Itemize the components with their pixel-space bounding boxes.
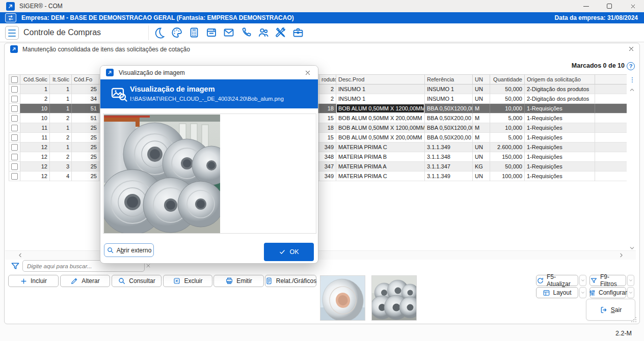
- consultar-label: Consultar: [129, 277, 155, 285]
- col-checkbox[interactable]: [9, 74, 20, 84]
- cell-referencia: BBA 0,50X200,00: [425, 133, 473, 143]
- cell-un: UN: [473, 143, 490, 152]
- tools-icon[interactable]: [274, 26, 287, 39]
- layout-button[interactable]: Layout: [536, 287, 578, 298]
- cell-filler: [595, 152, 627, 162]
- minimize-button[interactable]: [575, 0, 597, 12]
- layout-icon: [543, 289, 550, 297]
- row-checkbox[interactable]: [11, 163, 18, 170]
- row-checkbox-cell[interactable]: [9, 162, 20, 172]
- moon-icon[interactable]: [153, 26, 166, 39]
- product-thumbnail-coils-group[interactable]: [371, 275, 417, 321]
- close-screen-button[interactable]: [626, 44, 637, 54]
- f9-dropdown-caret[interactable]: [627, 275, 634, 286]
- col-desc-prod[interactable]: Desc.Prod: [336, 74, 425, 84]
- row-checkbox[interactable]: [11, 144, 18, 151]
- cell-cod-solic: 12: [20, 162, 50, 172]
- calculator-icon[interactable]: [187, 26, 201, 39]
- abrir-externo-button[interactable]: Abrir externo: [104, 243, 154, 257]
- incluir-button[interactable]: Incluir: [8, 275, 59, 287]
- cell-quantidade: 10,000: [490, 104, 525, 113]
- screen-icon: [10, 45, 18, 53]
- help-icon[interactable]: ?: [627, 62, 635, 70]
- configurar-dropdown-caret[interactable]: [627, 287, 634, 298]
- cell-origem: 1-Requisições: [525, 113, 595, 123]
- scroll-up-arrow[interactable]: [628, 86, 636, 93]
- row-checkbox[interactable]: [11, 96, 18, 102]
- consultar-button[interactable]: Consultar: [112, 275, 162, 287]
- sair-button[interactable]: Sair: [586, 299, 635, 321]
- col-cod-fornecedor[interactable]: Cód.Fo: [72, 74, 99, 84]
- col-referencia[interactable]: Referência: [425, 74, 473, 84]
- cell-quantidade: 5,000: [490, 133, 525, 143]
- ok-button[interactable]: OK: [264, 243, 314, 261]
- row-checkbox-cell[interactable]: [9, 123, 20, 133]
- col-it-solic[interactable]: It.Solic: [50, 74, 72, 84]
- excluir-button[interactable]: Excluir: [163, 275, 212, 287]
- col-un[interactable]: UN: [473, 74, 490, 84]
- cell-cod-produto: 18: [319, 104, 336, 113]
- cell-desc-prod: MATERIA PRIMA C: [336, 172, 425, 181]
- cell-desc-prod: BOB ALUM 0,50MM X 1200,00MM: [336, 123, 425, 133]
- briefcase-icon[interactable]: [291, 26, 305, 39]
- scroll-right-arrow[interactable]: [618, 251, 625, 259]
- row-checkbox[interactable]: [11, 115, 18, 122]
- maximize-button[interactable]: [598, 0, 621, 12]
- sync-icon[interactable]: [5, 13, 16, 22]
- row-checkbox-cell[interactable]: [9, 94, 20, 104]
- row-checkbox-cell[interactable]: [9, 172, 20, 181]
- preview-image-aluminum-coils: [104, 115, 220, 233]
- layout-dropdown-caret[interactable]: [579, 287, 586, 298]
- f9-label: F9-Filtros: [600, 273, 626, 288]
- row-checkbox-cell[interactable]: [9, 152, 20, 162]
- row-checkbox-cell[interactable]: [9, 104, 20, 113]
- row-checkbox[interactable]: [11, 154, 18, 160]
- users-icon[interactable]: [257, 26, 270, 39]
- palette-icon[interactable]: [170, 26, 183, 39]
- cell-quantidade: 2.600,000: [490, 143, 525, 152]
- row-checkbox[interactable]: [11, 125, 18, 131]
- row-checkbox[interactable]: [11, 105, 18, 112]
- close-window-button[interactable]: [622, 0, 644, 12]
- cell-filler: [595, 123, 627, 133]
- row-checkbox[interactable]: [11, 134, 18, 141]
- status-bar: [0, 325, 644, 341]
- column-options-icon[interactable]: [628, 76, 636, 83]
- ok-label: OK: [289, 248, 299, 255]
- product-thumbnail-coil-single[interactable]: [320, 275, 365, 321]
- emitir-button[interactable]: Emitir: [213, 275, 264, 287]
- card-icon[interactable]: [205, 26, 218, 39]
- row-checkbox[interactable]: [11, 86, 18, 93]
- sair-label: Sair: [611, 306, 622, 314]
- scroll-left-arrow[interactable]: [16, 251, 23, 259]
- row-checkbox-cell[interactable]: [9, 143, 20, 152]
- row-checkbox-cell[interactable]: [9, 133, 20, 143]
- cell-referencia: INSUMO 1: [425, 84, 473, 94]
- col-quantidade[interactable]: Quantidade: [490, 74, 525, 84]
- select-all-checkbox[interactable]: [11, 76, 18, 83]
- row-checkbox-cell[interactable]: [9, 113, 20, 123]
- alterar-button[interactable]: Alterar: [60, 275, 110, 287]
- mail-icon[interactable]: [222, 26, 235, 39]
- col-cod-solic[interactable]: Cód.Solic: [20, 74, 50, 84]
- cell-cod-fornecedor: 51: [72, 104, 99, 113]
- cell-filler: [595, 94, 627, 104]
- f5-dropdown-caret[interactable]: [579, 275, 586, 286]
- dialog-close-icon[interactable]: [303, 68, 313, 78]
- configurar-button[interactable]: Configurar: [589, 287, 626, 298]
- col-origem[interactable]: Origem da solicitação: [525, 74, 595, 84]
- cell-origem: 1-Requisições: [525, 152, 595, 162]
- cell-cod-produto: 18: [319, 123, 336, 133]
- application-window: SIGER® - COM Empresa: DEM - BASE DE DEMO…: [0, 0, 644, 341]
- f9-filtros-button[interactable]: F9-Filtros: [589, 275, 626, 286]
- cell-filler: [595, 133, 627, 143]
- relatorios-graficos-button[interactable]: Relat./Gráficos: [265, 275, 316, 287]
- phone-icon[interactable]: [239, 26, 253, 39]
- row-checkbox-cell[interactable]: [9, 84, 20, 94]
- row-checkbox[interactable]: [11, 173, 18, 180]
- cell-un: UN: [473, 172, 490, 181]
- f5-atualizar-button[interactable]: F5-Atualizar: [536, 275, 578, 286]
- hamburger-menu-button[interactable]: [5, 26, 19, 40]
- resize-grip[interactable]: [631, 317, 637, 323]
- col-cod-produto[interactable]: roduto: [319, 74, 336, 84]
